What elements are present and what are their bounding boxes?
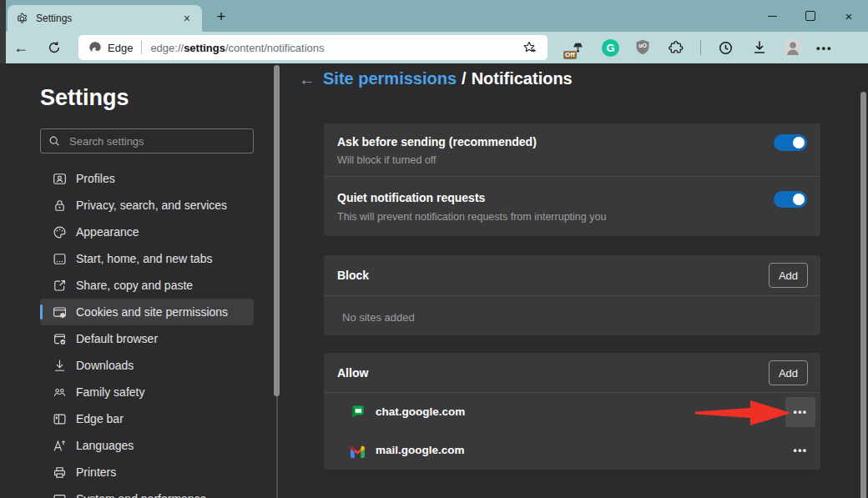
minimize-button[interactable] <box>753 0 791 32</box>
grammarly-extension-button[interactable]: G <box>602 39 619 57</box>
history-button[interactable] <box>715 38 735 58</box>
allow-header: Allow Add <box>324 353 820 392</box>
extensions-row: Off G uO ••• <box>568 38 833 58</box>
sidebar-item-system-performance[interactable]: System and performance <box>40 485 254 498</box>
breadcrumb-back-arrow[interactable]: ← <box>299 70 315 89</box>
monitor-icon <box>53 492 67 498</box>
tab-bar: Settings × + × <box>0 0 868 32</box>
quiet-requests-toggle[interactable] <box>774 191 807 208</box>
google-chat-icon <box>351 405 365 419</box>
refresh-icon <box>48 41 61 54</box>
sidebar-item-appearance[interactable]: Appearance <box>40 219 254 245</box>
person-icon <box>784 38 802 57</box>
sidebar-item-family-safety[interactable]: Family safety <box>40 379 254 405</box>
sidebar-scrollbar-thumb[interactable] <box>274 65 280 396</box>
window-icon <box>53 252 67 266</box>
favorite-star-icon <box>522 41 537 54</box>
maximize-button[interactable] <box>791 0 830 32</box>
site-permissions-icon <box>53 305 67 319</box>
edge-bar-icon <box>53 412 67 426</box>
search-icon <box>48 135 60 147</box>
printer-icon <box>53 465 67 480</box>
search-settings-input[interactable] <box>68 134 245 148</box>
puzzle-icon <box>669 40 684 55</box>
maximize-icon <box>805 11 815 21</box>
new-tab-button[interactable]: + <box>211 7 231 27</box>
block-body: No sites added <box>324 295 820 336</box>
off-badge: Off <box>563 51 577 59</box>
settings-sidebar: Settings Profiles Privacy, search, and s… <box>0 63 288 498</box>
sidebar-scrollbar-track <box>276 396 278 498</box>
sidebar-item-edge-bar[interactable]: Edge bar <box>40 405 254 432</box>
window-left-edge <box>0 0 6 63</box>
breadcrumb-site-permissions-link[interactable]: Site permissions <box>323 69 457 88</box>
url-text: edge://settings/content/notifications <box>150 42 516 54</box>
download-icon <box>53 359 67 373</box>
sidebar-item-default-browser[interactable]: Default browser <box>40 325 254 352</box>
ask-before-sending-row: Ask before sending (recommended) Will bl… <box>324 123 820 176</box>
edge-logo-icon <box>88 41 102 54</box>
sidebar-item-share-copy-paste[interactable]: Share, copy and paste <box>40 272 254 299</box>
settings-and-more-button[interactable]: ••• <box>816 42 833 54</box>
browser-check-icon <box>53 332 67 346</box>
breadcrumb: Site permissions/Notifications <box>323 69 573 88</box>
block-header: Block Add <box>324 255 820 295</box>
sidebar-title: Settings <box>40 85 129 111</box>
notifications-settings-panel: ← Site permissions/Notifications Ask bef… <box>288 63 868 498</box>
site-badge-label: Edge <box>108 42 133 54</box>
window-controls: × <box>753 0 868 32</box>
turn-off-lights-extension-button[interactable]: Off <box>568 38 588 58</box>
ask-before-sending-toggle[interactable] <box>774 134 807 151</box>
site-badge: Edge <box>88 41 133 54</box>
palette-icon <box>53 225 67 239</box>
history-clock-icon <box>718 40 734 56</box>
block-section-card: Block Add No sites added <box>324 255 820 335</box>
notification-toggles-card: Ask before sending (recommended) Will bl… <box>324 123 820 236</box>
browser-back-button[interactable]: ← <box>10 37 32 58</box>
lock-icon <box>53 199 67 213</box>
search-settings-box[interactable] <box>40 128 254 153</box>
main-scrollbar-thumb[interactable] <box>860 92 866 498</box>
tab-title: Settings <box>36 13 173 24</box>
sidebar-item-printers[interactable]: Printers <box>40 459 254 485</box>
quiet-requests-row: Quiet notification requests This will pr… <box>324 176 820 237</box>
sidebar-item-languages[interactable]: Languages <box>40 432 254 459</box>
block-add-button[interactable]: Add <box>769 263 808 288</box>
address-bar[interactable]: Edge edge://settings/content/notificatio… <box>78 35 548 60</box>
address-bar-divider <box>141 41 142 54</box>
gmail-icon <box>351 445 365 460</box>
breadcrumb-current: Notifications <box>472 69 573 88</box>
sidebar-item-cookies-site-permissions[interactable]: Cookies and site permissions <box>40 299 254 325</box>
gear-icon <box>16 13 28 25</box>
toolbar-separator <box>700 40 701 55</box>
profiles-icon <box>53 172 67 186</box>
languages-icon <box>53 439 67 453</box>
family-icon <box>53 385 67 400</box>
download-arrow-icon <box>752 40 767 55</box>
refresh-button[interactable] <box>43 37 65 58</box>
sidebar-item-downloads[interactable]: Downloads <box>40 352 254 379</box>
allow-add-button[interactable]: Add <box>769 360 808 385</box>
tab-settings[interactable]: Settings × <box>8 5 202 32</box>
sidebar-item-start-home-tabs[interactable]: Start, home, and new tabs <box>40 245 254 272</box>
browser-toolbar: ← Edge edge://settings/content/notificat… <box>0 32 868 63</box>
profile-avatar-button[interactable] <box>784 38 802 57</box>
share-icon <box>53 279 67 293</box>
red-annotation-arrow <box>695 398 794 428</box>
edge-browser-window: Settings × + × ← Edge edge://settings/co… <box>0 0 868 498</box>
mail-more-options-button[interactable]: ••• <box>785 435 815 465</box>
allow-site-row-mail: mail.google.com ••• <box>324 431 820 470</box>
tab-close-icon[interactable]: × <box>180 12 194 25</box>
sidebar-item-privacy[interactable]: Privacy, search, and services <box>40 192 254 219</box>
minimize-icon <box>768 16 777 17</box>
add-favorite-button[interactable] <box>516 36 544 59</box>
close-window-button[interactable]: × <box>830 0 868 32</box>
ublock-extension-button[interactable]: uO <box>633 38 652 58</box>
downloads-button[interactable] <box>749 38 770 58</box>
sidebar-nav: Profiles Privacy, search, and services A… <box>40 165 254 498</box>
block-empty-text: No sites added <box>342 311 415 324</box>
sidebar-item-profiles[interactable]: Profiles <box>40 165 254 192</box>
extensions-menu-button[interactable] <box>666 38 686 58</box>
